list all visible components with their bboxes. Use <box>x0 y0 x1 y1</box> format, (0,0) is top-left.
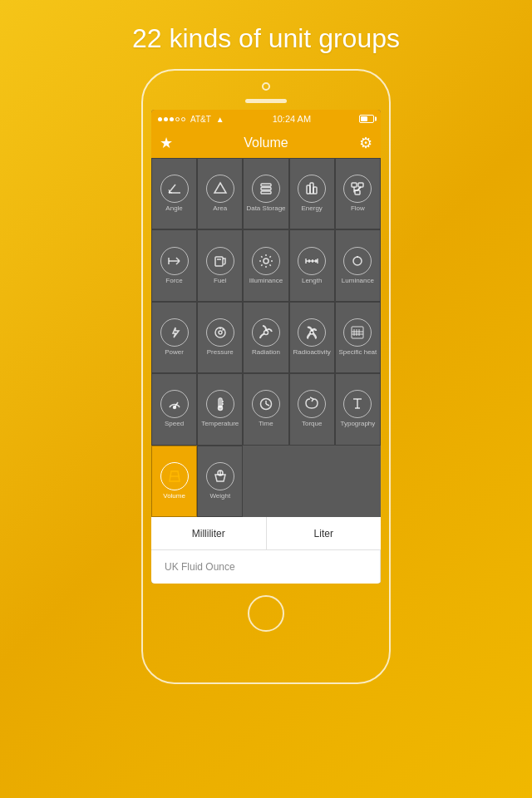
svg-point-40 <box>219 331 222 334</box>
grid-item-fuel[interactable]: Fuel <box>197 229 243 301</box>
svg-rect-8 <box>313 187 317 194</box>
grid-item-luminance[interactable]: Luminance <box>335 229 381 301</box>
home-button[interactable] <box>248 595 284 632</box>
volume-icon <box>160 462 189 490</box>
phone-screen: AT&T ▲ 10:24 AM ★ Volume ⚙ AngleAreaData… <box>151 110 381 584</box>
svg-marker-2 <box>214 183 226 193</box>
time-label: Time <box>259 421 273 428</box>
status-left: AT&T ▲ <box>158 115 224 124</box>
headline: 22 kinds of unit groups <box>132 23 400 54</box>
grid-item-illuminance[interactable]: Illuminance <box>243 229 288 301</box>
temperature-icon <box>206 390 234 418</box>
grid-item-radioactivity[interactable]: Radioactivity <box>289 302 335 373</box>
grid-item-length[interactable]: Length <box>289 229 335 301</box>
luminance-label: Luminance <box>342 278 374 285</box>
force-icon <box>160 247 189 275</box>
phone-camera <box>262 82 270 91</box>
svg-rect-3 <box>261 184 271 186</box>
svg-point-37 <box>353 257 362 265</box>
grid-item-torque[interactable]: Torque <box>289 373 335 445</box>
battery-fill <box>361 116 367 121</box>
grid-item-temperature[interactable]: Temperature <box>197 373 243 445</box>
signal-dot-1 <box>158 117 162 121</box>
grid-item-volume[interactable]: Volume <box>151 446 197 517</box>
phone-frame: AT&T ▲ 10:24 AM ★ Volume ⚙ AngleAreaData… <box>141 69 391 684</box>
pressure-label: Pressure <box>207 349 234 357</box>
grid-item-time[interactable]: Time <box>243 373 288 445</box>
grid-item-angle[interactable]: Angle <box>151 158 197 229</box>
force-label: Force <box>165 278 182 285</box>
svg-line-60 <box>266 404 269 406</box>
svg-rect-45 <box>352 327 363 338</box>
unit-row-1: Milliliter Liter <box>151 517 381 550</box>
flow-label: Flow <box>351 205 365 213</box>
dropdown-arrow <box>259 119 273 127</box>
svg-rect-4 <box>261 188 271 190</box>
svg-rect-20 <box>215 257 223 266</box>
bottom-section: Milliliter Liter UK Fluid Ounce <box>151 517 381 584</box>
speed-label: Speed <box>165 421 184 428</box>
radiation-icon <box>252 318 280 347</box>
status-right <box>359 115 374 123</box>
unit-uk-fluid-ounce[interactable]: UK Fluid Ounce <box>151 550 381 584</box>
specific-heat-label: Specific heat <box>338 349 377 357</box>
radioactivity-icon <box>298 318 326 347</box>
favorite-icon[interactable]: ★ <box>160 134 173 152</box>
angle-icon <box>160 175 189 203</box>
grid-item-radiation[interactable]: Radiation <box>243 302 288 373</box>
grid-item-specific-heat[interactable]: Specific heat <box>335 302 381 373</box>
speed-icon <box>160 390 189 418</box>
grid-item-weight[interactable]: Weight <box>197 446 243 517</box>
grid-item-speed[interactable]: Speed <box>151 373 197 445</box>
battery-icon <box>359 115 374 123</box>
unit-milliliter[interactable]: Milliliter <box>151 517 267 549</box>
settings-icon[interactable]: ⚙ <box>359 134 372 152</box>
svg-line-62 <box>312 399 313 401</box>
area-icon <box>206 175 234 203</box>
signal-dot-4 <box>175 117 180 121</box>
grid-item-force[interactable]: Force <box>151 229 197 301</box>
wifi-icon: ▲ <box>216 115 224 124</box>
length-icon <box>298 247 326 275</box>
pressure-icon <box>206 318 234 347</box>
unit-liter[interactable]: Liter <box>267 517 382 549</box>
grid-item-flow[interactable]: Flow <box>335 158 381 229</box>
torque-label: Torque <box>302 421 322 428</box>
svg-point-43 <box>264 331 268 335</box>
svg-line-30 <box>261 264 262 265</box>
fuel-label: Fuel <box>214 278 227 285</box>
energy-label: Energy <box>302 205 323 213</box>
grid-item-area[interactable]: Area <box>197 158 243 229</box>
data-storage-icon <box>252 175 280 203</box>
data-storage-label: Data Storage <box>246 205 285 213</box>
header-title: Volume <box>244 135 288 150</box>
unit-row-2: UK Fluid Ounce <box>151 550 381 584</box>
grid-item-typography[interactable]: Typography <box>335 373 381 445</box>
illuminance-label: Illuminance <box>249 278 283 285</box>
volume-label: Volume <box>163 493 185 500</box>
area-label: Area <box>213 205 227 213</box>
unit-grid: AngleAreaData StorageEnergyFlowForceFuel… <box>151 158 381 517</box>
weight-icon <box>206 462 234 490</box>
typography-label: Typography <box>340 421 375 428</box>
svg-line-28 <box>269 264 270 265</box>
illuminance-icon <box>252 247 280 275</box>
signal-dot-3 <box>170 117 174 121</box>
app-header: ★ Volume ⚙ <box>151 128 381 158</box>
grid-item-power[interactable]: Power <box>151 302 197 373</box>
temperature-label: Temperature <box>201 421 239 428</box>
svg-point-22 <box>264 259 268 264</box>
svg-rect-9 <box>352 183 357 187</box>
grid-item-energy[interactable]: Energy <box>289 158 335 229</box>
grid-item-data-storage[interactable]: Data Storage <box>243 158 288 229</box>
svg-line-42 <box>222 329 224 331</box>
radioactivity-label: Radioactivity <box>293 349 331 357</box>
specific-heat-icon <box>343 318 372 347</box>
signal-dot-5 <box>181 117 185 121</box>
torque-icon <box>298 390 326 418</box>
grid-item-pressure[interactable]: Pressure <box>197 302 243 373</box>
svg-rect-10 <box>358 183 363 187</box>
power-label: Power <box>165 349 184 357</box>
radiation-label: Radiation <box>252 349 280 357</box>
svg-rect-5 <box>261 191 271 194</box>
